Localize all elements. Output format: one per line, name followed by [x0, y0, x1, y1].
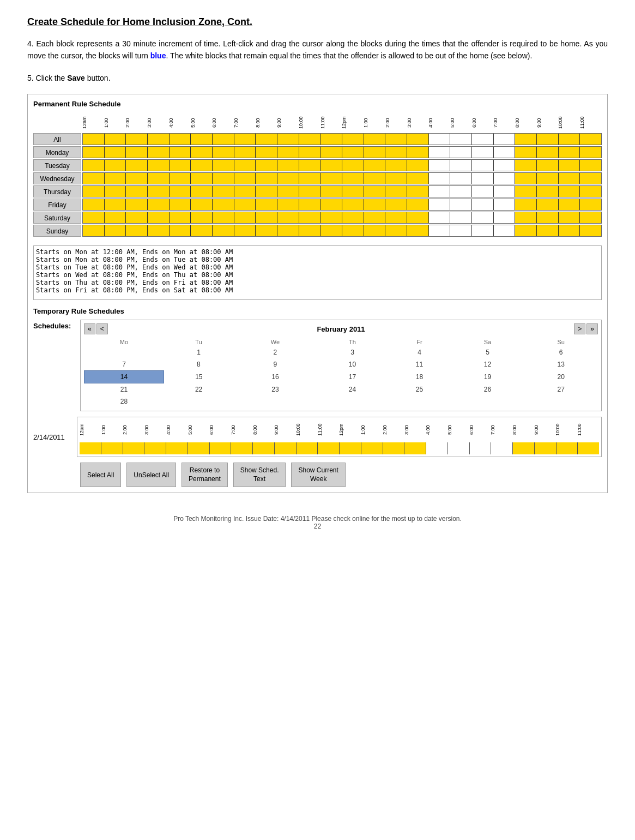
time-block[interactable] — [126, 199, 148, 210]
time-block[interactable] — [320, 186, 342, 197]
time-block[interactable] — [472, 225, 494, 236]
cal-next-next-btn[interactable]: » — [586, 323, 598, 334]
time-block[interactable] — [148, 173, 170, 184]
day-label-button[interactable]: Tuesday — [33, 159, 81, 171]
time-block[interactable] — [580, 186, 601, 197]
date-time-block[interactable] — [470, 442, 492, 454]
time-block[interactable] — [105, 147, 126, 158]
time-block[interactable] — [515, 134, 537, 145]
time-block[interactable] — [537, 147, 559, 158]
date-time-block[interactable] — [144, 442, 166, 454]
time-block[interactable] — [342, 147, 364, 158]
time-block[interactable] — [277, 199, 299, 210]
time-block[interactable] — [213, 225, 234, 236]
date-time-block[interactable] — [123, 442, 145, 454]
time-block[interactable] — [213, 212, 234, 223]
time-block[interactable] — [580, 134, 601, 145]
time-block[interactable] — [385, 225, 407, 236]
cal-day[interactable]: 11 — [388, 358, 451, 371]
cal-day[interactable]: 28 — [84, 395, 164, 407]
cal-day[interactable]: 27 — [524, 383, 598, 396]
time-block[interactable] — [126, 160, 148, 171]
cal-day[interactable]: 13 — [524, 358, 598, 371]
time-block[interactable] — [256, 212, 277, 223]
cal-day[interactable]: 25 — [388, 383, 451, 396]
time-block[interactable] — [170, 160, 191, 171]
cal-day[interactable]: 14 — [84, 371, 164, 383]
time-block[interactable] — [256, 147, 277, 158]
time-block[interactable] — [234, 147, 256, 158]
time-block[interactable] — [494, 199, 516, 210]
time-block[interactable] — [234, 225, 256, 236]
cal-prev-prev-btn[interactable]: « — [84, 323, 95, 334]
cal-day[interactable]: 20 — [524, 371, 598, 383]
time-block[interactable] — [537, 160, 559, 171]
time-block[interactable] — [385, 199, 407, 210]
time-block[interactable] — [385, 173, 407, 184]
time-block[interactable] — [407, 134, 429, 145]
time-block[interactable] — [213, 134, 234, 145]
cal-day[interactable]: 3 — [317, 346, 388, 358]
cal-day[interactable]: 26 — [451, 383, 524, 396]
day-label-button[interactable]: Sunday — [33, 225, 81, 237]
time-block[interactable] — [126, 173, 148, 184]
time-block[interactable] — [256, 173, 277, 184]
cal-day[interactable]: 8 — [164, 358, 234, 371]
time-block[interactable] — [472, 212, 494, 223]
cal-day[interactable]: 21 — [84, 383, 164, 396]
time-block[interactable] — [407, 212, 429, 223]
day-block-row[interactable] — [82, 172, 602, 184]
time-block[interactable] — [450, 199, 472, 210]
date-time-block[interactable] — [426, 442, 448, 454]
time-block[interactable] — [105, 134, 126, 145]
time-block[interactable] — [170, 186, 191, 197]
time-block[interactable] — [213, 173, 234, 184]
time-block[interactable] — [559, 134, 580, 145]
time-block[interactable] — [191, 173, 213, 184]
time-block[interactable] — [580, 212, 601, 223]
time-block[interactable] — [472, 147, 494, 158]
time-block[interactable] — [494, 134, 516, 145]
time-block[interactable] — [234, 199, 256, 210]
date-time-block[interactable] — [578, 442, 599, 454]
cal-next-btn[interactable]: > — [574, 323, 585, 334]
time-block[interactable] — [105, 199, 126, 210]
date-time-block[interactable] — [231, 442, 253, 454]
time-block[interactable] — [320, 134, 342, 145]
time-block[interactable] — [148, 212, 170, 223]
time-block[interactable] — [494, 173, 516, 184]
time-block[interactable] — [213, 160, 234, 171]
time-block[interactable] — [191, 160, 213, 171]
time-block[interactable] — [83, 160, 105, 171]
time-block[interactable] — [299, 199, 321, 210]
time-block[interactable] — [537, 199, 559, 210]
show-sched-button[interactable]: Show Sched. Text — [233, 463, 286, 487]
time-block[interactable] — [385, 160, 407, 171]
date-time-block[interactable] — [253, 442, 275, 454]
time-block[interactable] — [148, 225, 170, 236]
time-block[interactable] — [320, 173, 342, 184]
cal-day[interactable]: 2 — [234, 346, 317, 358]
cal-day[interactable]: 23 — [234, 383, 317, 396]
time-block[interactable] — [364, 225, 386, 236]
time-block[interactable] — [126, 147, 148, 158]
time-block[interactable] — [126, 134, 148, 145]
cal-day[interactable]: 10 — [317, 358, 388, 371]
time-block[interactable] — [385, 212, 407, 223]
time-block[interactable] — [559, 225, 580, 236]
time-block[interactable] — [256, 199, 277, 210]
time-block[interactable] — [364, 212, 386, 223]
time-block[interactable] — [537, 134, 559, 145]
time-block[interactable] — [299, 186, 321, 197]
time-block[interactable] — [364, 186, 386, 197]
time-block[interactable] — [537, 212, 559, 223]
time-block[interactable] — [429, 212, 451, 223]
time-block[interactable] — [364, 147, 386, 158]
date-time-block[interactable] — [80, 442, 101, 454]
time-block[interactable] — [494, 212, 516, 223]
restore-button[interactable]: Restore to Permanent — [182, 463, 228, 487]
time-block[interactable] — [277, 225, 299, 236]
time-block[interactable] — [364, 199, 386, 210]
time-block[interactable] — [450, 173, 472, 184]
time-block[interactable] — [148, 147, 170, 158]
